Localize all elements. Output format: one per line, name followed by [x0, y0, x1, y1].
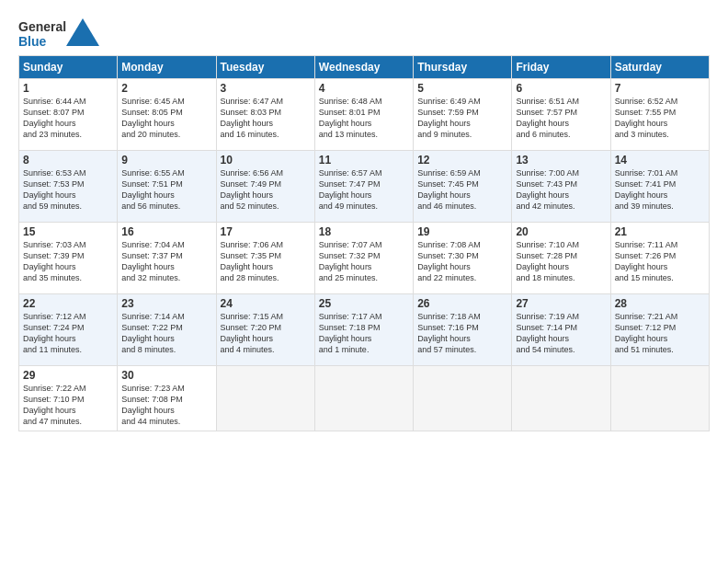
calendar-week-2: 8Sunrise: 6:53 AMSunset: 7:53 PMDaylight…	[19, 151, 710, 223]
day-info: Sunrise: 7:03 AMSunset: 7:39 PMDaylight …	[23, 240, 86, 282]
day-number: 1	[23, 82, 113, 95]
weekday-header-thursday: Thursday	[414, 56, 512, 79]
calendar-cell	[414, 366, 512, 431]
calendar-cell: 4Sunrise: 6:48 AMSunset: 8:01 PMDaylight…	[314, 79, 413, 151]
logo: GeneralBlue	[18, 17, 101, 50]
day-number: 2	[121, 82, 211, 95]
calendar-cell: 27Sunrise: 7:19 AMSunset: 7:14 PMDayligh…	[512, 294, 610, 366]
weekday-header-saturday: Saturday	[610, 56, 709, 79]
logo-svg: GeneralBlue	[18, 17, 101, 50]
day-info: Sunrise: 6:44 AMSunset: 8:07 PMDaylight …	[23, 97, 86, 139]
day-number: 5	[417, 82, 507, 95]
day-number: 18	[319, 225, 409, 238]
day-info: Sunrise: 6:55 AMSunset: 7:51 PMDaylight …	[121, 168, 185, 211]
day-info: Sunrise: 7:01 AMSunset: 7:41 PMDaylight …	[615, 168, 678, 211]
day-info: Sunrise: 7:14 AMSunset: 7:22 PMDaylight …	[121, 312, 185, 354]
calendar-week-3: 15Sunrise: 7:03 AMSunset: 7:39 PMDayligh…	[19, 223, 710, 294]
calendar-cell: 23Sunrise: 7:14 AMSunset: 7:22 PMDayligh…	[118, 294, 216, 366]
day-number: 19	[417, 225, 507, 238]
calendar-cell: 30Sunrise: 7:23 AMSunset: 7:08 PMDayligh…	[118, 366, 216, 431]
day-number: 15	[23, 225, 113, 238]
calendar-cell: 1Sunrise: 6:44 AMSunset: 8:07 PMDaylight…	[19, 79, 118, 151]
calendar-cell: 19Sunrise: 7:08 AMSunset: 7:30 PMDayligh…	[414, 223, 512, 294]
svg-text:Blue: Blue	[18, 34, 47, 49]
day-info: Sunrise: 7:12 AMSunset: 7:24 PMDaylight …	[23, 312, 86, 354]
weekday-header-wednesday: Wednesday	[314, 56, 413, 79]
calendar-cell: 28Sunrise: 7:21 AMSunset: 7:12 PMDayligh…	[610, 294, 709, 366]
day-number: 29	[23, 369, 113, 382]
day-info: Sunrise: 7:19 AMSunset: 7:14 PMDaylight …	[516, 312, 579, 354]
day-number: 27	[516, 297, 606, 310]
day-info: Sunrise: 7:18 AMSunset: 7:16 PMDaylight …	[417, 312, 481, 354]
day-number: 26	[417, 297, 507, 310]
weekday-header-row: SundayMondayTuesdayWednesdayThursdayFrid…	[19, 56, 710, 79]
day-number: 17	[221, 225, 311, 238]
day-number: 13	[516, 154, 606, 167]
calendar-cell: 22Sunrise: 7:12 AMSunset: 7:24 PMDayligh…	[19, 294, 118, 366]
day-number: 10	[221, 154, 311, 167]
svg-marker-0	[66, 18, 99, 46]
day-info: Sunrise: 6:57 AMSunset: 7:47 PMDaylight …	[319, 168, 382, 211]
day-info: Sunrise: 7:22 AMSunset: 7:10 PMDaylight …	[23, 384, 86, 426]
day-info: Sunrise: 6:47 AMSunset: 8:03 PMDaylight …	[221, 97, 284, 139]
day-number: 16	[121, 225, 211, 238]
day-info: Sunrise: 6:51 AMSunset: 7:57 PMDaylight …	[516, 97, 579, 139]
calendar-cell	[512, 366, 610, 431]
day-info: Sunrise: 6:45 AMSunset: 8:05 PMDaylight …	[121, 97, 185, 139]
day-info: Sunrise: 6:59 AMSunset: 7:45 PMDaylight …	[417, 168, 481, 211]
day-number: 30	[121, 369, 211, 382]
day-info: Sunrise: 7:15 AMSunset: 7:20 PMDaylight …	[221, 312, 284, 354]
calendar-cell: 2Sunrise: 6:45 AMSunset: 8:05 PMDaylight…	[118, 79, 216, 151]
day-info: Sunrise: 6:52 AMSunset: 7:55 PMDaylight …	[615, 97, 678, 139]
day-number: 22	[23, 297, 113, 310]
day-number: 28	[615, 297, 705, 310]
day-number: 20	[516, 225, 606, 238]
header: GeneralBlue	[18, 17, 710, 50]
page: GeneralBlue SundayMondayTuesdayWednesday…	[0, 0, 728, 563]
weekday-header-monday: Monday	[118, 56, 216, 79]
day-info: Sunrise: 7:04 AMSunset: 7:37 PMDaylight …	[121, 240, 185, 282]
day-info: Sunrise: 7:08 AMSunset: 7:30 PMDaylight …	[417, 240, 481, 282]
calendar-cell: 15Sunrise: 7:03 AMSunset: 7:39 PMDayligh…	[19, 223, 118, 294]
svg-text:General: General	[18, 19, 66, 34]
day-number: 11	[319, 154, 409, 167]
calendar-cell: 17Sunrise: 7:06 AMSunset: 7:35 PMDayligh…	[216, 223, 314, 294]
calendar-cell	[610, 366, 709, 431]
calendar-cell: 26Sunrise: 7:18 AMSunset: 7:16 PMDayligh…	[414, 294, 512, 366]
day-number: 7	[615, 82, 705, 95]
calendar-cell: 5Sunrise: 6:49 AMSunset: 7:59 PMDaylight…	[414, 79, 512, 151]
day-info: Sunrise: 7:00 AMSunset: 7:43 PMDaylight …	[516, 168, 579, 211]
calendar-cell: 7Sunrise: 6:52 AMSunset: 7:55 PMDaylight…	[610, 79, 709, 151]
day-number: 6	[516, 82, 606, 95]
day-info: Sunrise: 7:07 AMSunset: 7:32 PMDaylight …	[319, 240, 382, 282]
calendar-cell: 16Sunrise: 7:04 AMSunset: 7:37 PMDayligh…	[118, 223, 216, 294]
day-info: Sunrise: 7:06 AMSunset: 7:35 PMDaylight …	[221, 240, 284, 282]
day-number: 25	[319, 297, 409, 310]
day-number: 9	[121, 154, 211, 167]
calendar-cell: 13Sunrise: 7:00 AMSunset: 7:43 PMDayligh…	[512, 151, 610, 223]
weekday-header-sunday: Sunday	[19, 56, 118, 79]
calendar-cell: 8Sunrise: 6:53 AMSunset: 7:53 PMDaylight…	[19, 151, 118, 223]
day-info: Sunrise: 7:10 AMSunset: 7:28 PMDaylight …	[516, 240, 579, 282]
day-info: Sunrise: 6:53 AMSunset: 7:53 PMDaylight …	[23, 168, 86, 211]
calendar-cell	[314, 366, 413, 431]
calendar-cell: 24Sunrise: 7:15 AMSunset: 7:20 PMDayligh…	[216, 294, 314, 366]
calendar-cell: 29Sunrise: 7:22 AMSunset: 7:10 PMDayligh…	[19, 366, 118, 431]
calendar-cell: 10Sunrise: 6:56 AMSunset: 7:49 PMDayligh…	[216, 151, 314, 223]
calendar-cell: 25Sunrise: 7:17 AMSunset: 7:18 PMDayligh…	[314, 294, 413, 366]
day-info: Sunrise: 7:17 AMSunset: 7:18 PMDaylight …	[319, 312, 382, 354]
calendar-cell: 11Sunrise: 6:57 AMSunset: 7:47 PMDayligh…	[314, 151, 413, 223]
day-info: Sunrise: 7:21 AMSunset: 7:12 PMDaylight …	[615, 312, 678, 354]
day-number: 12	[417, 154, 507, 167]
day-number: 21	[615, 225, 705, 238]
calendar-cell: 6Sunrise: 6:51 AMSunset: 7:57 PMDaylight…	[512, 79, 610, 151]
day-number: 23	[121, 297, 211, 310]
calendar-cell: 14Sunrise: 7:01 AMSunset: 7:41 PMDayligh…	[610, 151, 709, 223]
day-info: Sunrise: 7:11 AMSunset: 7:26 PMDaylight …	[615, 240, 678, 282]
calendar-cell: 18Sunrise: 7:07 AMSunset: 7:32 PMDayligh…	[314, 223, 413, 294]
calendar-cell: 20Sunrise: 7:10 AMSunset: 7:28 PMDayligh…	[512, 223, 610, 294]
calendar-week-4: 22Sunrise: 7:12 AMSunset: 7:24 PMDayligh…	[19, 294, 710, 366]
day-info: Sunrise: 7:23 AMSunset: 7:08 PMDaylight …	[121, 384, 185, 426]
calendar-cell: 12Sunrise: 6:59 AMSunset: 7:45 PMDayligh…	[414, 151, 512, 223]
calendar-cell: 21Sunrise: 7:11 AMSunset: 7:26 PMDayligh…	[610, 223, 709, 294]
